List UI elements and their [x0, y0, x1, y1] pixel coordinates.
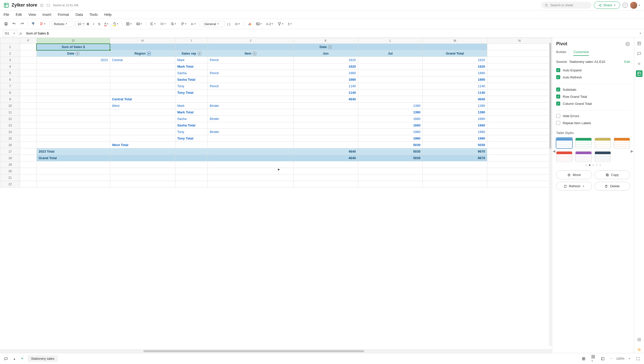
cell[interactable] [20, 76, 36, 83]
layout-icon[interactable]: ▼ [590, 354, 597, 363]
cell[interactable] [110, 129, 175, 135]
cell[interactable]: Pencil [208, 57, 293, 63]
menu-edit[interactable]: Edit [16, 13, 22, 17]
cell[interactable]: Sasha Total [175, 122, 208, 129]
cell[interactable]: Sum of Sales $ [36, 44, 110, 50]
cell[interactable] [208, 168, 293, 174]
cell[interactable]: Mark [175, 103, 208, 109]
row-header[interactable]: 10 [0, 103, 20, 109]
cell[interactable]: 1390 [358, 109, 423, 116]
sheet-tab[interactable]: Stationery sales [28, 355, 58, 362]
paint-format-icon[interactable] [30, 21, 37, 27]
cell[interactable] [36, 129, 110, 135]
cell[interactable]: 5030 [358, 155, 423, 161]
cell[interactable] [487, 70, 552, 76]
cell[interactable] [293, 174, 358, 181]
cell[interactable] [208, 161, 293, 168]
cell[interactable] [487, 116, 552, 122]
cell[interactable] [358, 44, 423, 50]
cell[interactable]: 1980 [423, 129, 487, 135]
cell[interactable] [358, 89, 423, 96]
cell[interactable] [175, 161, 208, 168]
cell[interactable] [110, 135, 175, 142]
cell[interactable]: Grand Total [36, 155, 110, 161]
cell[interactable] [208, 142, 293, 148]
cell[interactable] [20, 174, 36, 181]
cell[interactable] [293, 109, 358, 116]
cell[interactable]: 5030 [423, 142, 487, 148]
cell[interactable]: 1980 [358, 135, 423, 142]
cell[interactable]: 9670 [423, 148, 487, 155]
row-header[interactable]: 6 [0, 76, 20, 83]
add-sheet-icon[interactable]: + [19, 355, 25, 362]
help-icon[interactable]: i [623, 3, 628, 8]
search-input[interactable]: Search in sheet [541, 2, 591, 9]
cell[interactable] [20, 57, 36, 63]
close-icon[interactable]: ✕ [625, 42, 630, 46]
cell[interactable] [175, 174, 208, 181]
refresh-button[interactable]: Refresh▼ [556, 182, 592, 191]
cell[interactable] [20, 96, 36, 103]
cell[interactable] [487, 103, 552, 109]
cell[interactable] [423, 44, 487, 50]
cell[interactable] [110, 89, 175, 96]
cell[interactable]: 1980 [358, 129, 423, 135]
cell[interactable] [293, 142, 358, 148]
filter-icon[interactable]: ▼ [276, 21, 285, 27]
cell[interactable] [423, 181, 487, 188]
cell[interactable]: West [110, 103, 175, 109]
cell[interactable] [487, 89, 552, 96]
style-page-dot[interactable] [599, 164, 601, 166]
cell[interactable] [487, 181, 552, 188]
filter-dropdown-icon[interactable]: ▾ [76, 52, 79, 55]
cell[interactable]: Jul [358, 50, 423, 57]
cell[interactable]: 5030 [358, 142, 423, 148]
cell[interactable] [20, 44, 36, 50]
cell[interactable]: 1390 [423, 103, 487, 109]
cell[interactable] [423, 174, 487, 181]
check-subtotals[interactable]: ✓Subtotals [556, 87, 630, 92]
cell[interactable] [175, 181, 208, 188]
col-header-K[interactable]: K [293, 38, 358, 44]
cell[interactable]: 1140 [293, 89, 358, 96]
cell[interactable]: 1390 [423, 109, 487, 116]
cell[interactable]: Sales rep▾ [175, 50, 208, 57]
row-header[interactable]: 7 [0, 83, 20, 89]
cell[interactable]: Binder [208, 116, 293, 122]
print-icon[interactable] [3, 21, 10, 27]
cell[interactable] [36, 116, 110, 122]
cell[interactable] [20, 161, 36, 168]
cell[interactable] [110, 109, 175, 116]
cell[interactable] [110, 83, 175, 89]
cell[interactable]: 2023 Total [36, 148, 110, 155]
cell[interactable] [358, 70, 423, 76]
rail-fx-icon[interactable]: fx [636, 60, 642, 67]
cell[interactable]: 1620 [293, 63, 358, 70]
cell[interactable] [487, 122, 552, 129]
cell[interactable] [36, 70, 110, 76]
borders-icon[interactable]: ▼ [124, 21, 134, 27]
rail-pivot-builder-icon[interactable] [636, 40, 642, 47]
horizontal-scrollbar[interactable] [0, 349, 552, 353]
cell[interactable] [36, 109, 110, 116]
filter-dropdown-icon[interactable]: ▾ [328, 45, 332, 49]
number-format-select[interactable]: General▼ [202, 21, 225, 27]
cell[interactable]: 1880 [423, 70, 487, 76]
cell[interactable] [110, 116, 175, 122]
cell[interactable] [487, 76, 552, 83]
cell[interactable] [487, 96, 552, 103]
cell[interactable] [293, 122, 358, 129]
row-header[interactable]: 15 [0, 135, 20, 142]
cell[interactable]: Sasha Total [175, 76, 208, 83]
cell[interactable] [20, 63, 36, 70]
fill-color-icon[interactable]: ▼ [111, 21, 120, 27]
cell[interactable] [208, 148, 293, 155]
table-style-thumb[interactable] [614, 138, 630, 148]
cell[interactable]: Mark Total [175, 109, 208, 116]
share-button[interactable]: Share ▼ [594, 2, 620, 9]
formula-input[interactable] [24, 30, 637, 36]
col-header-G[interactable]: G [36, 38, 110, 44]
check-col-grand-total[interactable]: ✓Column Grand Total [556, 102, 630, 106]
cell[interactable] [208, 155, 293, 161]
cell[interactable]: 9670 [423, 155, 487, 161]
